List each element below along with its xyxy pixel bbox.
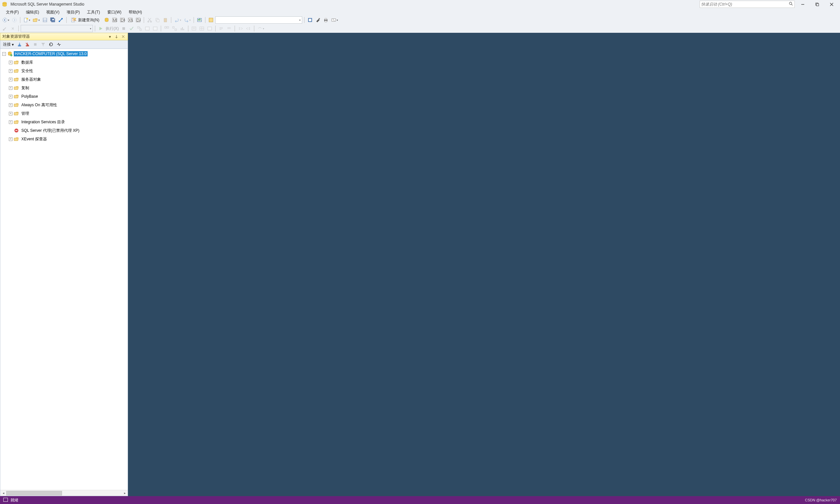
svg-rect-81 [4, 498, 8, 501]
scroll-right-icon[interactable]: ▸ [122, 490, 128, 496]
collapse-icon[interactable]: − [2, 52, 6, 56]
copy-button[interactable] [154, 16, 161, 24]
available-databases-combo[interactable]: ▾ [21, 25, 93, 32]
tree-node[interactable]: +Integration Services 目录 [0, 118, 128, 126]
specify-values-icon[interactable]: ▾ [256, 25, 265, 32]
save-button[interactable] [41, 16, 49, 24]
close-panel-icon[interactable] [120, 34, 126, 39]
expand-icon[interactable]: + [9, 95, 13, 98]
tree-node-label: Always On 高可用性 [20, 102, 58, 108]
parse-icon[interactable] [128, 25, 135, 32]
window-position-icon[interactable]: ▾ [107, 34, 112, 39]
menu-edit[interactable]: 编辑(E) [23, 9, 42, 16]
expand-icon[interactable]: + [9, 112, 13, 115]
indent-icon[interactable] [237, 25, 244, 32]
minimize-button[interactable] [796, 1, 809, 7]
maximize-button[interactable] [810, 1, 824, 7]
quick-launch-box[interactable] [700, 1, 795, 8]
menu-window[interactable]: 窗口(W) [104, 9, 125, 16]
outdent-icon[interactable] [245, 25, 252, 32]
tree-node[interactable]: +XEvent 探查器 [0, 135, 128, 143]
horizontal-scrollbar[interactable]: ◂ ▸ [0, 490, 128, 496]
stop-icon[interactable] [120, 25, 127, 32]
expand-icon[interactable]: + [9, 120, 13, 124]
menu-project[interactable]: 项目(P) [63, 9, 83, 16]
paste-button[interactable] [162, 16, 169, 24]
results-to-grid-icon[interactable] [198, 25, 205, 32]
menu-help[interactable]: 帮助(H) [125, 9, 145, 16]
query-options-icon[interactable] [144, 25, 151, 32]
database-combo[interactable]: ▾ [215, 16, 302, 24]
menu-view[interactable]: 视图(V) [43, 9, 63, 16]
title-bar: Microsoft SQL Server Management Studio [0, 0, 840, 8]
menu-file[interactable]: 文件(F) [3, 9, 22, 16]
live-query-stats-icon[interactable] [171, 25, 178, 32]
expand-icon[interactable]: + [9, 86, 13, 90]
document-workspace [128, 33, 840, 496]
dax-query-button[interactable]: DAX [135, 16, 142, 24]
display-estimated-plan-button[interactable]: ▾ [330, 16, 339, 24]
menu-tools[interactable]: 工具(T) [84, 9, 103, 16]
registered-servers-button[interactable] [307, 16, 314, 24]
xmla-query-button[interactable]: XMLA [127, 16, 134, 24]
new-item-button[interactable]: ▾ [22, 16, 31, 24]
template-browser-button[interactable] [207, 16, 215, 24]
quick-launch-input[interactable] [701, 2, 788, 6]
execute-run-icon[interactable] [97, 25, 104, 32]
redo-button[interactable]: ▾ [183, 16, 192, 24]
tree-node[interactable]: +PolyBase [0, 92, 128, 101]
nav-back-button[interactable]: ▾ [1, 16, 10, 24]
comment-icon[interactable] [217, 25, 225, 32]
tree-node[interactable]: +服务器对象 [0, 75, 128, 84]
tree-node[interactable]: +Always On 高可用性 [0, 101, 128, 109]
change-connection-button[interactable] [57, 16, 64, 24]
object-explorer-header[interactable]: 对象资源管理器 ▾ [0, 33, 128, 40]
activity-monitor-button[interactable] [196, 16, 203, 24]
tree-root-node[interactable]: − HACKER-COMPUTER (SQL Server 13.0 [0, 50, 128, 58]
tree-root-label: HACKER-COMPUTER (SQL Server 13.0 [14, 51, 88, 56]
mdx-query-button[interactable]: MDX [111, 16, 118, 24]
tree-node[interactable]: +管理 [0, 109, 128, 118]
scroll-left-icon[interactable]: ◂ [0, 490, 6, 496]
connect-server-icon[interactable] [16, 41, 23, 48]
new-query-button[interactable]: SQL 新建查询(N) [69, 16, 102, 24]
nav-forward-button[interactable] [11, 16, 18, 24]
cut-button[interactable] [146, 16, 153, 24]
auto-hide-pin-icon[interactable] [114, 34, 119, 39]
refresh-icon[interactable] [47, 41, 54, 48]
db-engine-query-button[interactable] [103, 16, 110, 24]
intellisense-icon[interactable] [152, 25, 159, 32]
options-button[interactable] [314, 16, 321, 24]
tree-node[interactable]: SQL Server 代理(已禁用代理 XP) [0, 126, 128, 135]
uncomment-icon[interactable] [225, 25, 233, 32]
tree-node[interactable]: +数据库 [0, 58, 128, 67]
close-button[interactable] [825, 1, 838, 7]
dmx-query-button[interactable]: DMX [119, 16, 126, 24]
disconnect-server-icon[interactable] [24, 41, 31, 48]
filter-icon[interactable] [39, 41, 47, 48]
expand-icon[interactable]: + [9, 138, 13, 141]
expand-icon[interactable]: + [9, 103, 13, 107]
client-statistics-icon[interactable] [179, 25, 186, 32]
tree-node[interactable]: +复制 [0, 84, 128, 92]
connect-dropdown[interactable]: 连接▾ [2, 41, 15, 48]
disconnect-icon[interactable] [9, 25, 16, 32]
print-button[interactable] [322, 16, 329, 24]
expand-icon[interactable]: + [9, 61, 13, 64]
estimated-plan-icon[interactable] [136, 25, 143, 32]
results-to-file-icon[interactable] [206, 25, 213, 32]
expand-icon[interactable]: + [9, 78, 13, 81]
scroll-thumb[interactable] [6, 491, 62, 496]
open-file-button[interactable]: ▾ [32, 16, 41, 24]
expand-icon[interactable]: + [9, 69, 13, 73]
include-actual-plan-icon[interactable] [163, 25, 170, 32]
undo-button[interactable]: ▾ [173, 16, 182, 24]
activity-icon[interactable] [55, 41, 62, 48]
results-to-text-icon[interactable] [190, 25, 197, 32]
execute-button-label: 执行(X) [105, 26, 119, 32]
object-explorer-tree[interactable]: − HACKER-COMPUTER (SQL Server 13.0 +数据库+… [0, 49, 128, 490]
connect-icon[interactable] [1, 25, 8, 32]
stop-action-icon[interactable] [32, 41, 39, 48]
tree-node[interactable]: +安全性 [0, 67, 128, 75]
save-all-button[interactable] [49, 16, 56, 24]
